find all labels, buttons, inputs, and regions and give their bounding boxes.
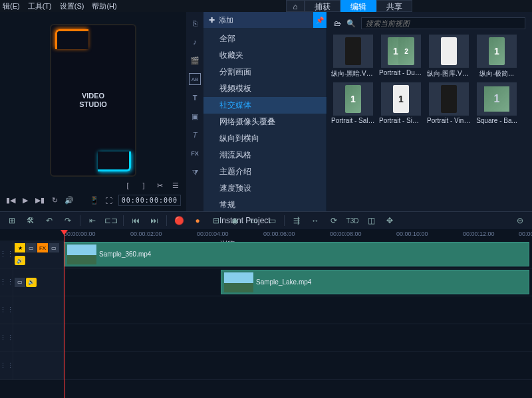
thumb-item[interactable]: 1Portrait - Simpl... — [379, 82, 423, 124]
menu-settings[interactable]: 设置(S) — [60, 1, 84, 11]
menu-help[interactable]: 帮助(H) — [92, 1, 116, 11]
expand-icon[interactable]: ⛶ — [104, 195, 114, 206]
category-header: ✚ 添加 📌 — [203, 12, 327, 28]
tools-icon[interactable]: 🛠 — [23, 214, 39, 227]
prev-icon[interactable]: ▮◀ — [5, 195, 16, 206]
thumbnail-grid: 纵向-黑暗.VSP 12Portrait - Dual... 纵向-图库.VSP… — [331, 35, 528, 124]
cat-item-speed[interactable]: 速度预设 — [203, 180, 327, 197]
import-icon[interactable]: ⎘ — [189, 17, 201, 29]
motion-icon[interactable]: ⟳ — [326, 214, 342, 227]
tab-capture[interactable]: 捕获 — [305, 0, 340, 12]
filter-icon[interactable]: ⧩ — [189, 166, 201, 178]
plus-icon[interactable]: ✚ — [209, 16, 215, 25]
track-handle-icon[interactable]: ⋮⋮ — [0, 241, 13, 268]
volume-icon[interactable]: 🔊 — [64, 195, 74, 206]
path-t-icon[interactable]: T — [189, 129, 201, 141]
timeline-ruler[interactable]: 00:00:00:00 00:00:02:00 00:00:04:00 00:0… — [0, 230, 532, 241]
star-icon[interactable]: ★ — [15, 243, 25, 252]
cat-item-trendy[interactable]: 潮流风格 — [203, 147, 327, 163]
cat-item-portrait-landscape[interactable]: 纵向到横向 — [203, 130, 327, 147]
fx-icon[interactable]: FX — [189, 148, 201, 159]
thumb-item[interactable]: 纵向-图库.VSP — [427, 35, 471, 78]
zoom-out-icon[interactable]: ⊖ — [512, 214, 528, 227]
fx-mini-icon[interactable]: FX — [37, 243, 48, 252]
mask-icon[interactable]: ◫ — [363, 214, 379, 227]
video-mini-icon[interactable]: ▭ — [26, 243, 37, 252]
thumb-item[interactable]: 12Portrait - Dual... — [379, 35, 423, 78]
skip-fwd-icon[interactable]: ⏭ — [146, 214, 162, 227]
clip-sample-360[interactable]: Sample_360.mp4 — [64, 242, 529, 266]
sound-mini-icon[interactable]: 🔊 — [15, 256, 25, 265]
cat-item-social-media[interactable]: 社交媒体 — [203, 97, 327, 114]
timecode-display[interactable]: 00:00:00:000 — [118, 195, 181, 206]
thumb-item[interactable]: Portrait - Vinta... — [427, 82, 471, 124]
folder-open-icon[interactable]: 🗁 — [334, 19, 341, 27]
cat-item-webcam[interactable]: 网络摄像头覆叠 — [203, 114, 327, 130]
redo-icon[interactable]: ↷ — [60, 214, 76, 227]
sound-mini-icon[interactable]: 🔊 — [26, 278, 37, 287]
pin-icon[interactable]: 📌 — [313, 12, 327, 28]
record-icon[interactable]: 🔴 — [171, 214, 187, 227]
tab-home[interactable]: ⌂ — [286, 0, 305, 12]
text-t-icon[interactable]: T — [189, 92, 201, 104]
t3d-icon[interactable]: T3D — [344, 214, 360, 227]
scroll-icon[interactable]: ↔ — [307, 214, 323, 227]
cut-icon[interactable]: ✂ — [154, 180, 165, 191]
camera-icon[interactable]: 🎬 — [189, 54, 201, 66]
loop-icon[interactable]: ↻ — [49, 195, 60, 206]
tab-edit[interactable]: 编辑 — [340, 0, 376, 12]
pan-icon[interactable]: ✥ — [382, 214, 398, 227]
layout-icon[interactable]: ⊞ — [4, 214, 20, 227]
device-icon[interactable]: 📱 — [89, 195, 100, 206]
title-ab-icon[interactable]: AB — [189, 73, 201, 85]
track-content[interactable]: Sample_360.mp4 — [64, 241, 532, 268]
thumb-item[interactable]: 1Square - Ba... — [475, 82, 519, 124]
mic-icon[interactable]: ● — [190, 214, 205, 227]
track-content[interactable] — [64, 324, 532, 351]
skip-back-icon[interactable]: ⏮ — [128, 214, 144, 227]
ripple-icon[interactable]: ⇶ — [289, 214, 305, 227]
menu-edit[interactable]: 辑(E) — [3, 1, 20, 11]
track-content[interactable] — [64, 352, 532, 379]
search-input[interactable] — [361, 17, 525, 29]
track-handle-icon[interactable]: ⋮⋮ — [0, 268, 13, 296]
overlay-mini-icon[interactable]: ▭ — [15, 278, 25, 287]
track-content[interactable]: Sample_Lake.mp4 — [64, 268, 532, 296]
thumb-item[interactable]: 1纵向-极简... — [475, 35, 519, 78]
mark-out-icon[interactable]: ] — [138, 180, 149, 191]
preview-panel: VIDEO STUDIO [ ] ✂ ☰ ▮◀ ▶ ▶▮ ↻ 🔊 📱 ⛶ 00:… — [0, 12, 186, 211]
mini-icon[interactable]: ▭ — [49, 243, 59, 252]
cat-item-general[interactable]: 常规 — [203, 197, 327, 213]
cat-item-video-template[interactable]: 视频模板 — [203, 80, 327, 97]
next-icon[interactable]: ▶▮ — [35, 195, 45, 206]
menu-tools[interactable]: 工具(T) — [28, 1, 52, 11]
track-handle-icon[interactable]: ⋮⋮ — [0, 296, 13, 324]
main-area: VIDEO STUDIO [ ] ✂ ☰ ▮◀ ▶ ▶▮ ↻ 🔊 📱 ⛶ 00:… — [0, 12, 532, 211]
clip-sample-lake[interactable]: Sample_Lake.mp4 — [221, 270, 529, 294]
category-panel: ✚ 添加 📌 全部 收藏夹 分割画面 视频模板 社交媒体 网络摄像头覆叠 纵向到… — [203, 12, 327, 211]
cc-icon[interactable]: ▭ — [264, 214, 280, 227]
track-handle-icon[interactable]: ⋮⋮ — [0, 324, 13, 351]
mark-in-icon[interactable]: ⇤ — [84, 214, 100, 227]
options-icon[interactable]: ☰ — [170, 180, 181, 191]
thumb-item[interactable]: 1Portrait - Sale.V... — [331, 82, 375, 124]
cat-item-split[interactable]: 分割画面 — [203, 64, 327, 80]
thumb-item[interactable]: 纵向-黑暗.VSP — [331, 35, 375, 78]
cat-item-intro[interactable]: 主题介绍 — [203, 163, 327, 180]
track-handle-icon[interactable]: ⋮⋮ — [0, 352, 13, 379]
tab-share[interactable]: 共享 — [376, 0, 412, 12]
play-icon[interactable]: ▶ — [20, 195, 31, 206]
chapter-icon[interactable]: ⊟ — [208, 214, 224, 227]
subtitle-icon[interactable]: ▭ — [245, 214, 261, 227]
cat-item-favorites[interactable]: 收藏夹 — [203, 47, 327, 64]
undo-icon[interactable]: ↶ — [41, 214, 57, 227]
cat-item-all[interactable]: 全部 — [203, 31, 327, 47]
marker-icon[interactable]: ◉ — [227, 214, 243, 227]
frame-icon[interactable]: ▣ — [189, 110, 201, 122]
track-content[interactable] — [64, 296, 532, 324]
music-icon[interactable]: ♪ — [189, 36, 201, 48]
mark-range-icon[interactable]: ⊏⊐ — [103, 214, 119, 227]
ruler-mark: 00:00:00:00 — [64, 231, 96, 237]
mark-in-icon[interactable]: [ — [122, 180, 133, 191]
playhead[interactable] — [64, 234, 65, 398]
